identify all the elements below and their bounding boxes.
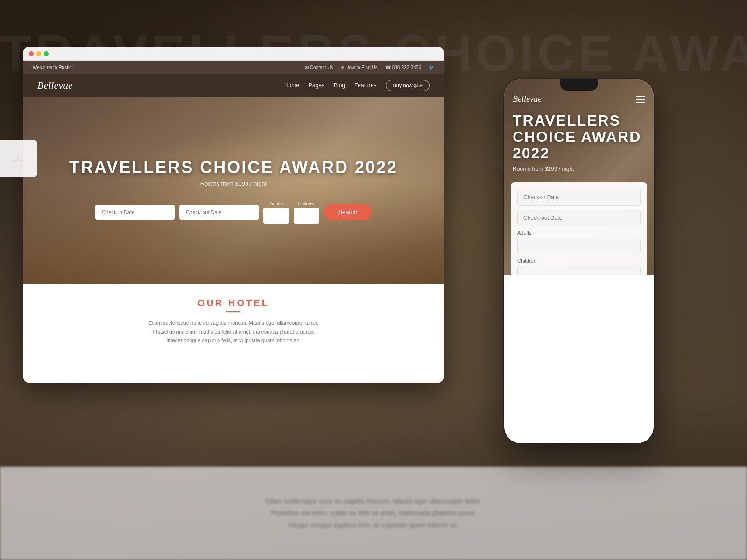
nav-blog[interactable]: Blog [334, 82, 345, 89]
mobile-checkout-input[interactable] [517, 210, 641, 226]
children-label: Children [294, 201, 319, 206]
mobile-booking-form: Adults 2 Children 2 Search [511, 182, 647, 275]
page-bottom-blur: Etiam scelerisque nunc eu sagittis rhonc… [0, 467, 747, 560]
mobile-children-label: Children [517, 258, 641, 264]
desktop-logo: Bellevue [37, 79, 73, 91]
desktop-mockup: Welcome to Rustic! ✉ Contact Us ⊞ How to… [23, 47, 444, 383]
mobile-hero-text: TRAVELLERS CHOICE AWARD 2022 Rooms from … [504, 108, 654, 177]
nav-features[interactable]: Features [354, 82, 376, 89]
checkout-date-input[interactable] [179, 205, 259, 220]
mobile-adults-label: Adults [517, 230, 641, 236]
desktop-hero-title: TRAVELLERS CHOICE AWARD 2022 [69, 158, 398, 177]
hamburger-menu[interactable] [636, 96, 645, 103]
checkout-field-wrap [179, 205, 259, 220]
topbar-phone: ☎ 888-222-3456 [385, 65, 421, 70]
browser-dot-maximize [44, 51, 49, 56]
adults-label: Adults [263, 201, 289, 206]
hamburger-line-2 [636, 99, 645, 100]
children-input[interactable]: 2 [294, 208, 319, 224]
mobile-adults-input[interactable]: 2 [517, 238, 641, 254]
mobile-hero-subtitle: Rooms from $199 / night [513, 166, 645, 172]
left-edge-text: Ch… [14, 156, 24, 161]
nav-pages[interactable]: Pages [309, 82, 324, 89]
desktop-hero-subtitle: Rooms from $199 / night [69, 180, 398, 187]
desktop-hero: TRAVELLERS CHOICE AWARD 2022 Rooms from … [23, 97, 444, 284]
mobile-hero-title: TRAVELLERS CHOICE AWARD 2022 [513, 112, 645, 162]
phone-icon: ☎ [385, 65, 391, 70]
content-text: Etiam scelerisque nunc eu sagittis rhonc… [33, 319, 434, 345]
checkin-field-wrap [95, 205, 175, 220]
browser-dot-close [29, 51, 34, 56]
mobile-notch [560, 79, 598, 91]
mobile-hero: Bellevue TRAVELLERS CHOICE AWARD 2022 Ro… [504, 79, 654, 275]
site-navbar: Bellevue Home Pages Blog Features Buy no… [23, 74, 444, 97]
topbar-welcome: Welcome to Rustic! [33, 65, 73, 70]
desktop-booking-form: Adults 2 Children 2 Search [95, 201, 371, 224]
left-edge-element: Ch… [0, 140, 37, 177]
site-topbar: Welcome to Rustic! ✉ Contact Us ⊞ How to… [23, 61, 444, 74]
desktop-search-button[interactable]: Search [324, 204, 371, 220]
nav-home[interactable]: Home [284, 82, 299, 89]
mobile-white-section [504, 275, 654, 443]
twitter-icon: 🐦 [429, 65, 434, 70]
mobile-screen: Bellevue TRAVELLERS CHOICE AWARD 2022 Ro… [504, 79, 654, 443]
nav-links: Home Pages Blog Features Buy now $59 [284, 80, 430, 91]
bottom-blur-text: Etiam scelerisque nunc eu sagittis rhonc… [266, 496, 482, 531]
hero-furniture-bg [23, 181, 444, 284]
browser-chrome [23, 47, 444, 61]
browser-dot-minimize [36, 51, 41, 56]
topbar-right: ✉ Contact Us ⊞ How to Find Us ☎ 888-222-… [305, 65, 434, 70]
hamburger-line-1 [636, 96, 645, 97]
checkin-date-input[interactable] [95, 205, 175, 220]
map-icon: ⊞ [340, 65, 344, 70]
mobile-checkin-input[interactable] [517, 189, 641, 206]
email-icon: ✉ [305, 65, 309, 70]
mobile-logo: Bellevue [513, 94, 542, 104]
adults-wrap: Adults 2 [263, 201, 289, 224]
children-wrap: Children 2 [294, 201, 319, 224]
adults-input[interactable]: 2 [263, 208, 289, 224]
mobile-mockup: Bellevue TRAVELLERS CHOICE AWARD 2022 Ro… [504, 79, 654, 443]
hero-text-container: TRAVELLERS CHOICE AWARD 2022 Rooms from … [69, 158, 398, 196]
topbar-find: ⊞ How to Find Us [340, 65, 377, 70]
topbar-contact: ✉ Contact Us [305, 65, 333, 70]
desktop-content-section: OUR HOTEL Etiam scelerisque nunc eu sagi… [23, 284, 444, 383]
hamburger-line-3 [636, 102, 645, 103]
buy-button[interactable]: Buy now $59 [386, 80, 430, 91]
content-divider [226, 311, 240, 312]
content-section-title: OUR HOTEL [33, 298, 434, 308]
mobile-children-input[interactable]: 2 [517, 266, 641, 275]
